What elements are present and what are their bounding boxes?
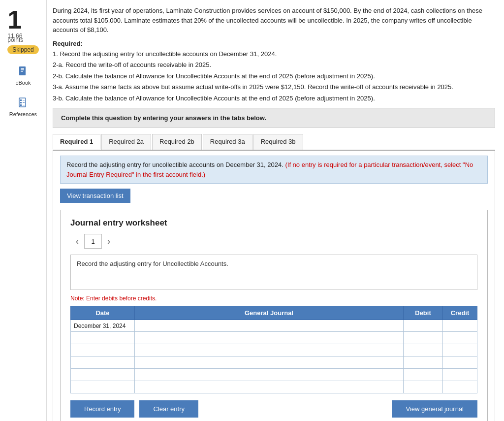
date-input[interactable] (74, 370, 131, 379)
general-journal-input[interactable] (135, 344, 403, 356)
col-header-credit: Credit (443, 306, 477, 320)
next-page-button[interactable]: › (102, 234, 116, 248)
table-row (71, 369, 477, 381)
credit-input[interactable] (443, 356, 477, 368)
date-input[interactable] (74, 383, 131, 391)
sidebar-item-ebook[interactable]: eBook (15, 64, 31, 86)
credit-cell[interactable] (443, 332, 477, 344)
tab-required-3a[interactable]: Required 3a (203, 134, 252, 150)
date-input[interactable] (74, 358, 131, 367)
required-item-3a: 3-a. Assume the same facts as above but … (53, 82, 495, 92)
tab-required-1[interactable]: Required 1 (53, 134, 100, 150)
credit-input[interactable] (443, 381, 477, 393)
date-cell: December 31, 2024 (71, 320, 135, 332)
problem-text: During 2024, its first year of operation… (53, 6, 495, 35)
entry-description-text: Record the adjusting entry for Uncollect… (77, 260, 228, 267)
credit-cell[interactable] (443, 356, 477, 369)
required-section: Required: 1. Record the adjusting entry … (53, 40, 495, 103)
required-label: Required: (53, 40, 495, 47)
debit-input[interactable] (404, 344, 442, 356)
date-cell (71, 332, 135, 344)
required-item-2b: 2-b. Calculate the balance of Allowance … (53, 71, 495, 81)
bottom-buttons: Record entry Clear entry View general jo… (70, 400, 477, 418)
date-cell (71, 344, 135, 356)
debit-cell[interactable] (404, 369, 443, 381)
table-row (71, 344, 477, 356)
general-journal-cell[interactable] (135, 344, 404, 356)
entry-description: Record the adjusting entry for Uncollect… (70, 255, 477, 290)
general-journal-cell[interactable] (135, 356, 404, 369)
status-badge: Skipped (7, 45, 38, 54)
debit-input[interactable] (404, 320, 442, 331)
ebook-icon (16, 64, 30, 78)
debit-input[interactable] (404, 369, 442, 381)
references-icon (16, 96, 30, 109)
credit-cell[interactable] (443, 369, 477, 381)
credit-cell[interactable] (443, 381, 477, 393)
arrow-left-icon: ‹ (76, 236, 79, 247)
tab-required-2b[interactable]: Required 2b (152, 134, 202, 150)
svg-rect-5 (19, 98, 26, 107)
general-journal-input[interactable] (135, 369, 403, 381)
debit-cell[interactable] (404, 332, 443, 344)
entry-note: Note: Enter debits before credits. (70, 295, 477, 302)
record-entry-button[interactable]: Record entry (70, 400, 134, 418)
debit-input[interactable] (404, 332, 442, 344)
date-cell (71, 356, 135, 369)
table-row (71, 332, 477, 344)
journal-worksheet: Journal entry worksheet ‹ 1 › Record the… (60, 210, 488, 421)
date-input[interactable] (74, 346, 131, 355)
sidebar: 1 11.66 points Skipped eBook (0, 0, 47, 421)
svg-rect-10 (20, 104, 22, 106)
general-journal-cell[interactable] (135, 369, 404, 381)
date-input[interactable] (74, 333, 131, 342)
debit-input[interactable] (404, 356, 442, 368)
debit-cell[interactable] (404, 356, 443, 369)
table-row (71, 381, 477, 393)
general-journal-input[interactable] (135, 320, 403, 331)
ebook-label: eBook (15, 80, 31, 86)
svg-rect-6 (20, 99, 22, 101)
points-label: points (7, 36, 23, 43)
svg-rect-8 (20, 102, 22, 103)
general-journal-input[interactable] (135, 381, 403, 393)
main-content: During 2024, its first year of operation… (47, 0, 504, 421)
tab-instruction: Record the adjusting entry for uncollect… (60, 156, 488, 184)
col-header-date: Date (71, 306, 135, 320)
tab-required-3b[interactable]: Required 3b (253, 134, 303, 150)
credit-input[interactable] (443, 320, 477, 331)
journal-title: Journal entry worksheet (70, 218, 477, 228)
general-journal-cell[interactable] (135, 332, 404, 344)
general-journal-cell[interactable] (135, 320, 404, 332)
col-header-debit: Debit (404, 306, 443, 320)
general-journal-cell[interactable] (135, 381, 404, 393)
clear-entry-button[interactable]: Clear entry (139, 400, 198, 418)
required-item-1: 1. Record the adjusting entry for uncoll… (53, 49, 495, 59)
tab-required-2a[interactable]: Required 2a (101, 134, 151, 150)
tabs-row: Required 1 Required 2a Required 2b Requi… (53, 134, 495, 151)
debit-cell[interactable] (404, 344, 443, 356)
svg-rect-2 (21, 69, 24, 70)
svg-rect-7 (23, 100, 25, 100)
sidebar-item-references[interactable]: References (9, 96, 37, 117)
view-general-journal-button[interactable]: View general journal (392, 400, 477, 418)
debit-input[interactable] (404, 381, 442, 393)
table-row: December 31, 2024 (71, 320, 477, 332)
view-transaction-button[interactable]: View transaction list (60, 189, 130, 203)
debit-cell[interactable] (404, 381, 443, 393)
prev-page-button[interactable]: ‹ (70, 234, 84, 248)
col-header-journal: General Journal (135, 306, 404, 320)
credit-input[interactable] (443, 369, 477, 381)
general-journal-input[interactable] (135, 332, 403, 344)
credit-input[interactable] (443, 332, 477, 344)
credit-cell[interactable] (443, 344, 477, 356)
credit-input[interactable] (443, 344, 477, 356)
date-cell (71, 381, 135, 393)
credit-cell[interactable] (443, 320, 477, 332)
instruction-text: Complete this question by entering your … (61, 114, 266, 122)
debit-cell[interactable] (404, 320, 443, 332)
pagination: ‹ 1 › (70, 234, 477, 249)
general-journal-input[interactable] (135, 356, 403, 368)
references-label: References (9, 111, 37, 117)
required-item-3b: 3-b. Calculate the balance of Allowance … (53, 94, 495, 103)
